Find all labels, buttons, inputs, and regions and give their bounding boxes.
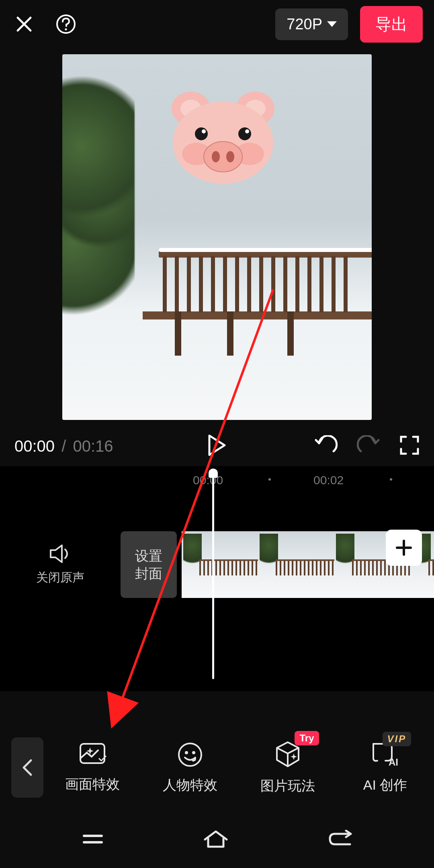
svg-point-18 xyxy=(179,743,201,766)
redo-button[interactable] xyxy=(357,435,380,457)
svg-point-10 xyxy=(202,129,206,133)
cover-label-line1: 设置 xyxy=(135,547,162,565)
ruler-dot xyxy=(268,478,271,481)
svg-point-9 xyxy=(195,127,208,140)
export-button[interactable]: 导出 xyxy=(360,6,423,43)
nav-home-button[interactable] xyxy=(203,829,229,851)
time-current: 00:00 xyxy=(14,437,55,455)
effects-toolbar: 画面特效 人物特效 Try 图片玩法 VIP xyxy=(0,727,434,808)
nav-recent-button[interactable] xyxy=(81,830,105,850)
tool-label: 人物特效 xyxy=(163,776,217,794)
help-button[interactable] xyxy=(53,11,79,37)
menu-icon xyxy=(81,830,105,848)
track-row: 关闭原声 设置 封面 xyxy=(0,526,434,603)
svg-point-11 xyxy=(238,127,251,140)
tool-ai-create[interactable]: VIP AI AI 创作 xyxy=(363,741,407,794)
svg-text:AI: AI xyxy=(389,757,398,768)
screen-effects-icon xyxy=(78,741,107,768)
speaker-icon xyxy=(49,544,72,564)
tool-image-play[interactable]: Try 图片玩法 xyxy=(260,740,315,795)
svg-point-12 xyxy=(245,129,249,133)
ruler-mark: 00:02 xyxy=(313,473,344,487)
tool-label: 画面特效 xyxy=(65,775,120,794)
preview-area xyxy=(0,52,434,422)
export-label: 导出 xyxy=(375,15,407,33)
home-icon xyxy=(203,829,229,849)
time-separator: / xyxy=(57,437,70,455)
transport-bar: 00:00 / 00:16 xyxy=(0,426,434,466)
chevron-left-icon xyxy=(21,759,33,776)
top-left-group xyxy=(11,11,79,37)
tool-label: 图片玩法 xyxy=(260,777,315,795)
nav-back-button[interactable] xyxy=(327,830,353,850)
playhead[interactable] xyxy=(212,474,214,679)
try-badge: Try xyxy=(295,731,319,745)
tool-screen-effects[interactable]: 画面特效 xyxy=(65,741,120,794)
top-right-group: 720P 导出 xyxy=(275,6,423,43)
svg-point-19 xyxy=(185,751,188,754)
svg-point-16 xyxy=(226,151,234,162)
resolution-label: 720P xyxy=(287,16,322,33)
svg-point-15 xyxy=(212,151,220,162)
time-total: 00:16 xyxy=(73,437,113,455)
video-preview[interactable] xyxy=(62,54,372,420)
top-bar: 720P 导出 xyxy=(0,0,434,48)
tool-person-effects[interactable]: 人物特效 xyxy=(163,741,217,794)
ruler-mark: 00:00 xyxy=(193,473,223,487)
add-clip-button[interactable] xyxy=(386,530,422,566)
vip-badge: VIP xyxy=(383,732,411,746)
cover-label-line2: 封面 xyxy=(135,565,162,582)
preview-tree-graphic xyxy=(62,74,135,315)
face-effects-icon xyxy=(176,741,204,769)
play-icon xyxy=(207,434,227,457)
mute-label: 关闭原声 xyxy=(36,569,84,586)
svg-point-20 xyxy=(192,751,195,754)
undo-button[interactable] xyxy=(314,435,338,457)
play-button[interactable] xyxy=(207,434,227,458)
tool-label: AI 创作 xyxy=(363,776,407,794)
set-cover-button[interactable]: 设置 封面 xyxy=(121,531,177,598)
back-icon xyxy=(327,830,353,848)
close-icon xyxy=(14,14,34,34)
transport-right-group xyxy=(314,435,420,457)
mute-audio-button[interactable]: 关闭原声 xyxy=(0,544,121,586)
fullscreen-button[interactable] xyxy=(399,435,420,457)
redo-icon xyxy=(357,435,380,455)
plus-icon xyxy=(395,538,413,557)
svg-point-1 xyxy=(65,28,67,30)
tool-grid: 画面特效 人物特效 Try 图片玩法 VIP xyxy=(43,740,434,795)
ruler-dot xyxy=(390,478,392,481)
pig-sticker[interactable] xyxy=(167,86,279,187)
help-icon xyxy=(55,14,76,35)
system-nav-bar xyxy=(0,812,434,868)
preview-deck-graphic xyxy=(159,251,372,340)
resolution-dropdown[interactable]: 720P xyxy=(275,8,348,40)
undo-icon xyxy=(314,435,338,455)
toolbar-back-button[interactable] xyxy=(11,737,43,798)
close-button[interactable] xyxy=(11,11,37,37)
timeline[interactable]: 00:00 00:02 关闭原声 设置 封面 xyxy=(0,466,434,691)
chevron-down-icon xyxy=(327,21,337,27)
clip-thumbnail[interactable] xyxy=(258,531,334,598)
fullscreen-icon xyxy=(399,435,420,455)
clip-thumbnail[interactable] xyxy=(182,531,258,598)
